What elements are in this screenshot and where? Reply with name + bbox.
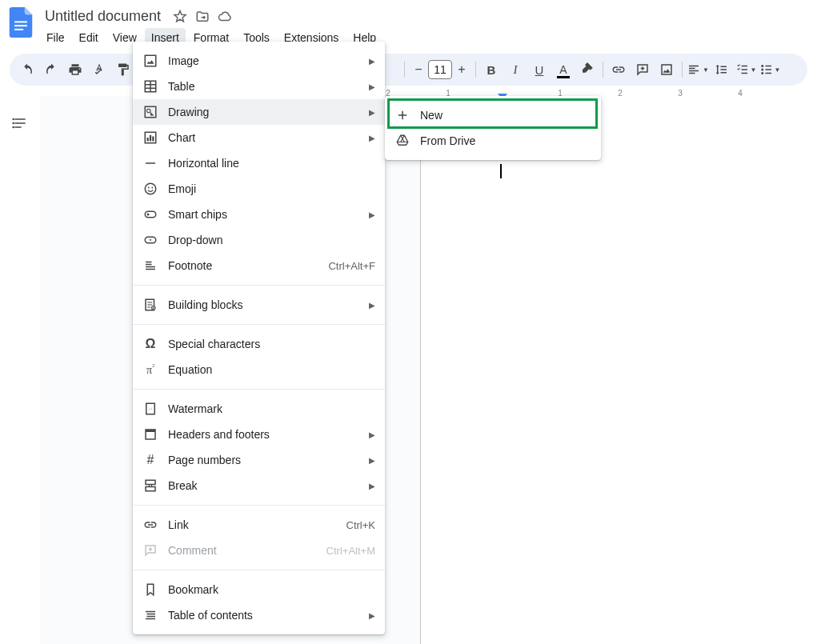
italic-button[interactable]: I: [504, 58, 527, 81]
menu-edit[interactable]: Edit: [73, 28, 105, 47]
redo-button[interactable]: [40, 58, 62, 81]
highlight-button[interactable]: [576, 58, 599, 81]
text-color-button[interactable]: A: [552, 58, 575, 81]
svg-rect-2: [14, 29, 23, 30]
insert-image-item[interactable]: Image ▶: [133, 48, 385, 74]
insert-drawing-item[interactable]: Drawing ▶: [133, 99, 385, 103]
underline-button[interactable]: U: [528, 58, 551, 81]
svg-point-3: [761, 65, 763, 67]
checklist-button[interactable]: ▼: [735, 58, 757, 81]
insert-link-button[interactable]: [607, 58, 630, 81]
separator: [475, 62, 476, 78]
drawing-submenu: New From Drive: [385, 96, 601, 103]
cloud-status-icon[interactable]: [217, 9, 233, 25]
drawing-new-item[interactable]: New: [385, 102, 601, 103]
spellcheck-button[interactable]: [88, 58, 110, 81]
insert-dropdown: Image ▶ Table ▶ Drawing ▶ Chart ▶ Horizo…: [133, 42, 385, 103]
chevron-right-icon: ▶: [369, 82, 375, 91]
svg-rect-0: [14, 21, 27, 22]
left-sidebar: [0, 96, 40, 103]
move-icon[interactable]: [194, 9, 210, 25]
font-size-minus-button[interactable]: −: [409, 60, 428, 79]
document-title[interactable]: Untitled document: [40, 6, 166, 26]
svg-rect-1: [14, 25, 27, 26]
toolbar: − + B I U A ▼ ▼ ▼: [10, 54, 807, 86]
svg-rect-10: [145, 55, 156, 66]
separator: [682, 62, 683, 78]
bold-button[interactable]: B: [480, 58, 503, 81]
print-button[interactable]: [64, 58, 86, 81]
svg-point-4: [761, 69, 763, 71]
star-icon[interactable]: [172, 9, 188, 25]
menu-file[interactable]: File: [40, 28, 71, 47]
table-icon: [142, 78, 158, 94]
docs-logo-icon[interactable]: [5, 6, 37, 38]
insert-table-item[interactable]: Table ▶: [133, 74, 385, 99]
separator: [603, 62, 603, 78]
font-size-input[interactable]: [428, 60, 452, 79]
insert-image-button[interactable]: [655, 58, 678, 81]
chevron-right-icon: ▶: [369, 57, 375, 66]
line-spacing-button[interactable]: [711, 58, 733, 81]
font-size-plus-button[interactable]: +: [452, 60, 471, 79]
bulleted-list-button[interactable]: ▼: [759, 58, 781, 81]
svg-point-5: [761, 72, 763, 74]
add-comment-button[interactable]: [631, 58, 654, 81]
font-size-group: − +: [409, 60, 471, 79]
undo-button[interactable]: [16, 58, 38, 81]
header: Untitled document File Edit View Insert …: [0, 0, 817, 47]
paint-format-button[interactable]: [112, 58, 134, 81]
separator: [404, 62, 405, 78]
align-button[interactable]: ▼: [687, 58, 709, 81]
image-icon: [142, 53, 158, 69]
